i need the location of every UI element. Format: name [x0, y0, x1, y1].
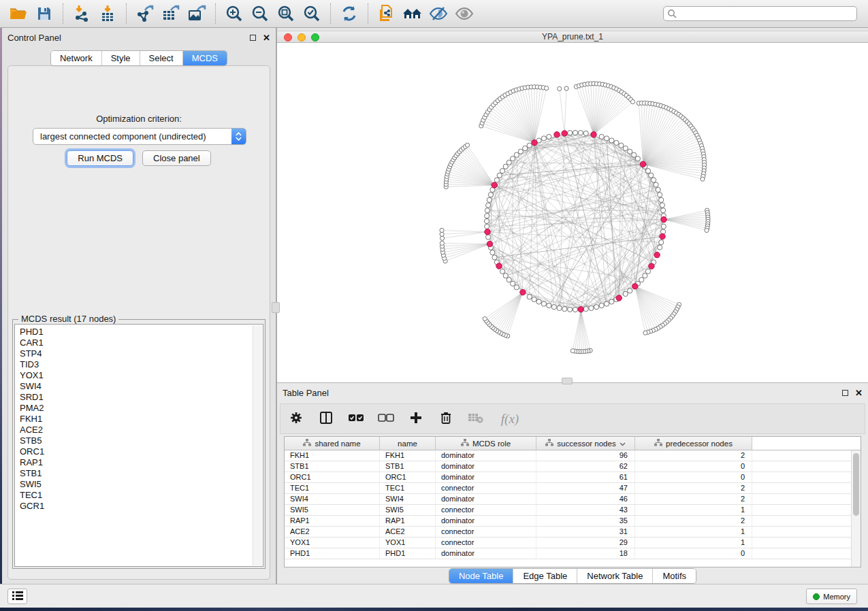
main-toolbar — [0, 0, 868, 28]
table-row[interactable]: YOX1YOX1connector291 — [285, 538, 851, 548]
table-tab-edge-table[interactable]: Edge Table — [513, 569, 577, 583]
vertical-splitter-grip[interactable] — [272, 302, 280, 313]
table-row[interactable]: ACE2ACE2connector311 — [285, 527, 851, 538]
create-column-button[interactable] — [407, 409, 425, 429]
mcds-result-item[interactable]: SWI4 — [20, 381, 248, 392]
mcds-result-item[interactable]: STB5 — [20, 435, 248, 446]
search-input[interactable] — [663, 6, 857, 21]
mcds-node — [578, 307, 583, 312]
function-builder-button[interactable]: f(x) — [497, 409, 523, 429]
save-session-button[interactable] — [31, 3, 57, 24]
column-header-mcds-role[interactable]: MCDS role — [436, 437, 536, 450]
mcds-result-item[interactable]: SWI5 — [20, 479, 248, 490]
horizontal-splitter-grip[interactable] — [562, 378, 573, 384]
mcds-result-item[interactable]: CAR1 — [20, 337, 248, 348]
table-cell-predecessor-nodes: 0 — [635, 548, 752, 559]
run-mcds-button[interactable]: Run MCDS — [67, 150, 133, 166]
float-panel-button[interactable] — [250, 35, 256, 41]
column-header-shared-name[interactable]: shared name — [285, 437, 380, 450]
clone-network-button[interactable] — [374, 3, 400, 24]
mcds-result-item[interactable]: SRD1 — [20, 392, 248, 403]
mcds-result-item[interactable]: FKH1 — [20, 414, 248, 425]
control-tab-mcds[interactable]: MCDS — [182, 51, 227, 65]
memory-button[interactable]: Memory — [806, 589, 857, 604]
column-header-predecessor-nodes[interactable]: predecessor nodes — [635, 437, 752, 450]
table-row[interactable]: FKH1FKH1dominator962 — [285, 450, 851, 461]
network-node — [484, 218, 489, 223]
delete-column-button[interactable] — [437, 409, 455, 429]
table-vertical-scrollbar[interactable] — [851, 450, 861, 567]
control-tab-select[interactable]: Select — [140, 51, 182, 65]
table-cell-successor-nodes: 31 — [536, 527, 635, 537]
mcds-list-scrollbar[interactable] — [253, 325, 262, 565]
column-header-successor-nodes[interactable]: successor nodes — [536, 437, 635, 450]
export-image-button[interactable] — [184, 3, 210, 24]
criterion-dropdown[interactable]: largest connected component (undirected) — [33, 128, 246, 145]
show-graphics-details-button[interactable] — [451, 3, 477, 24]
first-neighbors-button[interactable] — [400, 3, 425, 24]
table-row[interactable]: SWI5SWI5connector431 — [285, 505, 851, 516]
mcds-result-item[interactable]: YOX1 — [20, 370, 248, 381]
control-tab-network[interactable]: Network — [51, 51, 101, 65]
table-tab-network-table[interactable]: Network Table — [577, 569, 652, 583]
network-node — [507, 160, 511, 165]
import-table-button[interactable] — [95, 3, 120, 24]
network-node — [486, 203, 491, 208]
window-close-button[interactable] — [284, 33, 292, 42]
mcds-result-item[interactable]: ACE2 — [20, 425, 248, 435]
leaf-node — [440, 228, 444, 232]
export-table-button[interactable] — [158, 3, 184, 24]
network-node — [511, 156, 515, 161]
close-table-panel-button[interactable]: ✕ — [855, 389, 863, 397]
delete-table-button[interactable] — [467, 409, 485, 429]
task-history-button[interactable] — [7, 589, 27, 604]
zoom-selected-button[interactable] — [299, 3, 325, 24]
application-window: Control Panel ✕ NetworkStyleSelectMCDS O… — [0, 0, 868, 611]
hide-graphics-details-button[interactable] — [425, 3, 451, 24]
table-row[interactable]: RAP1RAP1dominator352 — [285, 516, 851, 527]
table-settings-button[interactable] — [287, 409, 305, 429]
network-node — [527, 143, 532, 148]
mcds-result-item[interactable]: PHD1 — [20, 327, 248, 337]
select-all-button[interactable] — [347, 409, 365, 429]
zoom-fit-button[interactable] — [273, 3, 299, 24]
control-tab-style[interactable]: Style — [101, 51, 140, 65]
zoom-out-button[interactable] — [247, 3, 273, 24]
column-header-name[interactable]: name — [380, 437, 436, 450]
import-network-button[interactable] — [69, 3, 95, 24]
table-tab-node-table[interactable]: Node Table — [449, 569, 513, 583]
close-panel-button[interactable]: ✕ — [263, 33, 270, 42]
table-row[interactable]: TEC1TEC1connector472 — [285, 483, 851, 494]
network-node — [583, 131, 588, 135]
table-row[interactable]: SWI4SWI4dominator462 — [285, 494, 851, 505]
zoom-in-button[interactable] — [221, 3, 247, 24]
table-cell-name: RAP1 — [380, 516, 436, 526]
network-node — [490, 250, 495, 255]
window-minimize-button[interactable] — [298, 33, 306, 42]
mcds-result-item[interactable]: TID3 — [20, 359, 248, 370]
mcds-result-item[interactable]: RAP1 — [20, 457, 248, 468]
table-row[interactable]: PHD1PHD1dominator180 — [285, 548, 851, 559]
table-tab-motifs[interactable]: Motifs — [652, 569, 696, 583]
close-panel-button-mcds[interactable]: Close panel — [142, 150, 211, 166]
mcds-result-item[interactable]: STP4 — [20, 348, 248, 359]
export-network-button[interactable] — [132, 3, 158, 24]
apply-layout-button[interactable] — [336, 3, 362, 24]
mcds-result-item[interactable]: GCR1 — [20, 501, 248, 512]
export-network-icon — [135, 5, 155, 22]
checked-boxes-icon — [348, 413, 364, 425]
mcds-result-item[interactable]: PMA2 — [20, 403, 248, 414]
float-table-panel-button[interactable] — [842, 390, 848, 396]
mcds-result-item[interactable]: TEC1 — [20, 490, 248, 501]
window-zoom-button[interactable] — [311, 33, 319, 42]
mcds-result-item[interactable]: ORC1 — [20, 446, 248, 457]
open-session-button[interactable] — [5, 3, 31, 24]
mcds-result-item[interactable]: STB1 — [20, 468, 248, 479]
deselect-all-button[interactable] — [377, 409, 395, 429]
network-canvas[interactable] — [277, 44, 868, 382]
table-row[interactable]: STB1STB1dominator620 — [285, 461, 851, 472]
tree-column-icon — [545, 439, 553, 448]
table-row[interactable]: ORC1ORC1dominator610 — [285, 472, 851, 483]
table-scrollbar-thumb[interactable] — [853, 453, 859, 516]
show-columns-button[interactable] — [317, 409, 335, 429]
